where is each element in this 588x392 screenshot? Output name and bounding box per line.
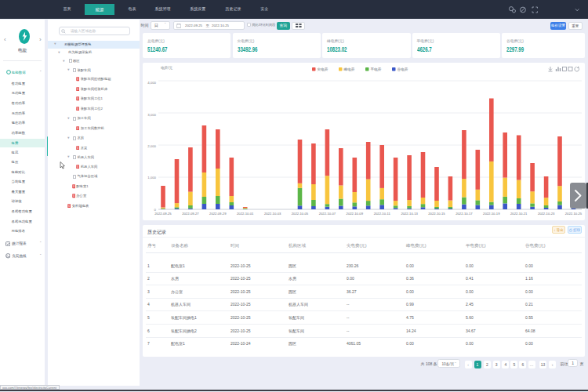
svg-text:2022-10-21: 2022-10-21	[510, 212, 528, 216]
svg-text:2022-10-03: 2022-10-03	[264, 212, 281, 216]
svg-text:2022-09-27: 2022-09-27	[182, 212, 199, 216]
svg-text:2022-10-07: 2022-10-07	[319, 212, 336, 216]
svg-text:2022-10-05: 2022-10-05	[292, 212, 309, 216]
svg-text:4,000: 4,000	[147, 81, 156, 85]
svg-text:2022-09-25: 2022-09-25	[154, 212, 172, 216]
svg-text:电费/元: 电费/元	[161, 65, 172, 70]
svg-text:3,000: 3,000	[147, 113, 156, 117]
svg-text:谷电费: 谷电费	[397, 67, 408, 71]
svg-text:2022-10-13: 2022-10-13	[401, 212, 418, 216]
svg-text:2022-10-17: 2022-10-17	[456, 212, 473, 216]
svg-text:峰电费: 峰电费	[344, 67, 355, 71]
svg-text:2,000: 2,000	[147, 144, 156, 148]
svg-text:0: 0	[154, 208, 157, 212]
svg-text:1,000: 1,000	[147, 176, 156, 180]
svg-text:2022-10-01: 2022-10-01	[237, 212, 254, 216]
svg-text:2022-09-29: 2022-09-29	[209, 212, 227, 216]
svg-text:2022-10-25: 2022-10-25	[565, 212, 583, 216]
svg-text:2022-10-11: 2022-10-11	[374, 212, 391, 216]
svg-text:2022-10-19: 2022-10-19	[483, 212, 500, 216]
svg-text:尖电费: 尖电费	[318, 67, 328, 71]
svg-text:平电费: 平电费	[371, 67, 382, 71]
svg-text:2022-10-15: 2022-10-15	[428, 212, 445, 216]
svg-text:2022-10-09: 2022-10-09	[347, 212, 364, 216]
svg-text:2022-10-23: 2022-10-23	[538, 212, 555, 216]
